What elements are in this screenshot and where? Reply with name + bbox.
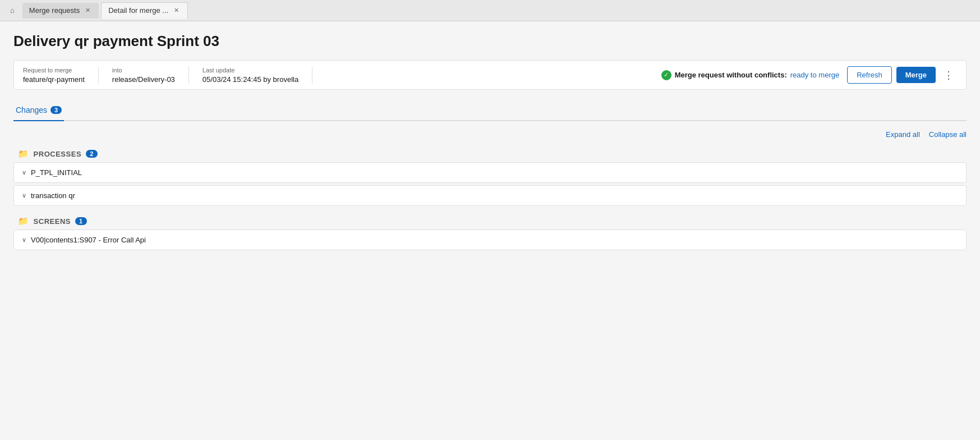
home-tab[interactable]: ⌂ xyxy=(4,3,20,18)
tab-merge-requests-label: Merge requests xyxy=(29,6,80,15)
folder-icon-screens: 📁 xyxy=(18,216,29,226)
file-group-screens-name: SCREENS xyxy=(34,217,71,226)
file-group-processes-badge: 2 xyxy=(86,150,98,158)
request-to-merge-value: feature/qr-payment xyxy=(23,75,85,84)
request-to-merge-label: Request to merge xyxy=(23,67,85,74)
last-update-label: Last update xyxy=(203,67,298,74)
last-update-value: 05/03/24 15:24:45 by brovella xyxy=(203,75,298,84)
actions-row: Expand all Collapse all xyxy=(13,130,967,139)
content-tabs: Changes 3 xyxy=(13,101,967,121)
tab-changes-label: Changes xyxy=(16,106,47,114)
tab-merge-requests[interactable]: Merge requests ✕ xyxy=(22,3,99,19)
file-item-v00-contents[interactable]: ∨ V00|contents1:S907 - Error Call Api xyxy=(13,230,967,250)
merge-button[interactable]: Merge xyxy=(896,67,936,83)
tab-bar: ⌂ Merge requests ✕ Detail for merge ... … xyxy=(0,0,980,21)
file-group-processes-header: 📁 PROCESSES 2 xyxy=(13,145,967,162)
refresh-button[interactable]: Refresh xyxy=(847,66,892,84)
tab-detail-merge[interactable]: Detail for merge ... ✕ xyxy=(101,2,188,19)
meta-bar: Request to merge feature/qr-payment into… xyxy=(13,60,967,90)
tab-detail-merge-label: Detail for merge ... xyxy=(108,6,168,15)
more-options-button[interactable]: ⋮ xyxy=(940,67,957,84)
file-group-processes-name: PROCESSES xyxy=(34,150,82,158)
collapse-all-button[interactable]: Collapse all xyxy=(929,130,967,139)
chevron-icon-p-tpl: ∨ xyxy=(22,169,26,176)
file-item-transaction-qr[interactable]: ∨ transaction qr xyxy=(13,185,967,206)
merge-status: ✓ Merge request without conflicts: ready… xyxy=(661,70,840,80)
into-value: release/Delivery-03 xyxy=(112,75,175,84)
file-name-transaction-qr: transaction qr xyxy=(31,191,75,200)
expand-all-button[interactable]: Expand all xyxy=(886,130,920,139)
status-success-icon: ✓ xyxy=(661,70,671,80)
chevron-icon-transaction-qr: ∨ xyxy=(22,192,26,199)
merge-status-label: Merge request without conflicts: xyxy=(675,71,787,79)
tab-changes-badge: 3 xyxy=(50,106,62,114)
file-groups: 📁 PROCESSES 2 ∨ P_TPL_INITIAL ∨ transact… xyxy=(13,145,967,250)
file-name-p-tpl: P_TPL_INITIAL xyxy=(31,168,82,177)
main-content: Delivery qr payment Sprint 03 Request to… xyxy=(0,21,980,440)
file-item-p-tpl-initial[interactable]: ∨ P_TPL_INITIAL xyxy=(13,162,967,183)
into-label: into xyxy=(112,67,175,74)
file-group-screens-badge: 1 xyxy=(75,217,87,225)
chevron-icon-v00: ∨ xyxy=(22,236,26,244)
tab-changes[interactable]: Changes 3 xyxy=(13,101,64,121)
home-icon: ⌂ xyxy=(10,6,15,15)
merge-status-ready: ready to merge xyxy=(790,71,839,79)
page-title: Delivery qr payment Sprint 03 xyxy=(13,33,967,50)
file-group-screens: 📁 SCREENS 1 ∨ V00|contents1:S907 - Error… xyxy=(13,213,967,250)
file-group-screens-header: 📁 SCREENS 1 xyxy=(13,213,967,230)
folder-icon-processes: 📁 xyxy=(18,149,29,159)
tab-detail-merge-close[interactable]: ✕ xyxy=(172,6,181,15)
request-to-merge-field: Request to merge feature/qr-payment xyxy=(23,67,99,84)
into-field: into release/Delivery-03 xyxy=(112,67,189,84)
last-update-field: Last update 05/03/24 15:24:45 by brovell… xyxy=(203,67,312,84)
file-group-processes: 📁 PROCESSES 2 ∨ P_TPL_INITIAL ∨ transact… xyxy=(13,145,967,206)
tab-merge-requests-close[interactable]: ✕ xyxy=(83,6,92,15)
file-name-v00: V00|contents1:S907 - Error Call Api xyxy=(31,236,146,244)
